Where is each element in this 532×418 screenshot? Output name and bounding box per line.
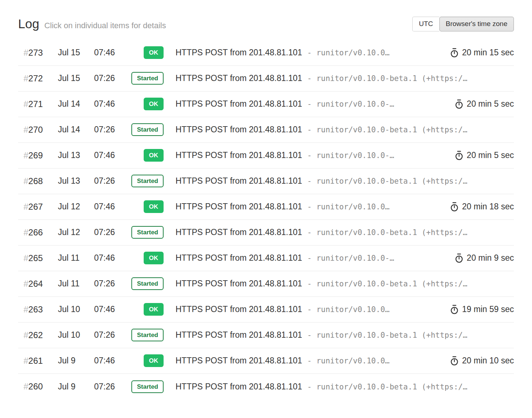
status-badge: Started	[131, 380, 164, 393]
event-user-agent: - runitor/v0.10.0…	[307, 202, 390, 211]
stopwatch-icon	[455, 99, 464, 109]
event-number: #265	[24, 253, 58, 263]
status-badge-cell: Started	[130, 329, 164, 341]
event-date: Jul 10	[58, 330, 94, 340]
log-row[interactable]: #271 Jul 14 07:46 OK HTTPS POST from 201…	[18, 91, 514, 117]
duration-text: 20 min 10 sec	[462, 356, 514, 366]
event-number: #266	[24, 227, 58, 238]
event-time: 07:26	[94, 279, 130, 289]
event-number: #270	[24, 125, 58, 135]
event-time: 07:46	[94, 48, 130, 57]
log-row[interactable]: #263 Jul 10 07:46 OK HTTPS POST from 201…	[18, 297, 514, 323]
log-row[interactable]: #265 Jul 11 07:46 OK HTTPS POST from 201…	[18, 246, 514, 271]
stopwatch-icon	[450, 48, 459, 58]
browser-timezone-button[interactable]: Browser's time zone	[439, 17, 514, 31]
hash-prefix: #	[24, 381, 28, 391]
event-duration: 20 min 18 sec	[450, 202, 514, 212]
event-description: HTTPS POST from 201.48.81.101- runitor/v…	[176, 253, 449, 263]
log-row[interactable]: #272 Jul 15 07:26 Started HTTPS POST fro…	[18, 66, 514, 91]
hash-prefix: #	[24, 202, 28, 212]
utc-button[interactable]: UTC	[412, 17, 439, 31]
log-row[interactable]: #262 Jul 10 07:26 Started HTTPS POST fro…	[18, 323, 514, 348]
event-time: 07:46	[94, 253, 130, 263]
event-description: HTTPS POST from 201.48.81.101- runitor/v…	[176, 176, 514, 186]
event-user-agent: - runitor/v0.10.0…	[307, 48, 390, 57]
status-badge-cell: Started	[130, 380, 164, 393]
hash-prefix: #	[24, 227, 28, 237]
hash-prefix: #	[24, 73, 28, 83]
event-description: HTTPS POST from 201.48.81.101- runitor/v…	[176, 330, 514, 340]
event-description-text: HTTPS POST from 201.48.81.101	[176, 279, 302, 288]
log-row[interactable]: #260 Jul 9 07:26 Started HTTPS POST from…	[18, 374, 514, 400]
log-row[interactable]: #268 Jul 13 07:26 Started HTTPS POST fro…	[18, 169, 514, 194]
hash-prefix: #	[24, 125, 28, 135]
status-badge: OK	[144, 149, 164, 162]
event-time: 07:46	[94, 304, 130, 314]
event-number: #261	[24, 356, 58, 366]
hash-prefix: #	[24, 356, 28, 366]
status-badge-cell: Started	[130, 175, 164, 187]
event-date: Jul 9	[58, 356, 94, 366]
event-description: HTTPS POST from 201.48.81.101- runitor/v…	[176, 150, 449, 160]
status-badge-cell: Started	[130, 277, 164, 290]
log-row[interactable]: #261 Jul 9 07:46 OK HTTPS POST from 201.…	[18, 348, 514, 374]
event-user-agent: - runitor/v0.10.0-…	[307, 254, 394, 263]
log-row[interactable]: #273 Jul 15 07:46 OK HTTPS POST from 201…	[18, 40, 514, 66]
event-date: Jul 10	[58, 304, 94, 314]
event-description-text: HTTPS POST from 201.48.81.101	[176, 227, 302, 237]
log-page: Log Click on individual items for detail…	[0, 0, 532, 400]
event-user-agent: - runitor/v0.10.0-beta.1 (+https:/…	[307, 383, 468, 391]
event-number: #273	[24, 48, 58, 58]
status-badge: Started	[131, 72, 164, 85]
timezone-toggle: UTC Browser's time zone	[412, 17, 514, 31]
event-description: HTTPS POST from 201.48.81.101- runitor/v…	[176, 382, 514, 392]
stopwatch-icon	[455, 150, 464, 161]
event-date: Jul 12	[58, 227, 94, 237]
event-description: HTTPS POST from 201.48.81.101- runitor/v…	[176, 125, 514, 135]
event-description-text: HTTPS POST from 201.48.81.101	[176, 202, 302, 211]
event-date: Jul 11	[58, 253, 94, 263]
stopwatch-icon	[455, 253, 464, 263]
log-row[interactable]: #266 Jul 12 07:26 Started HTTPS POST fro…	[18, 220, 514, 246]
event-description: HTTPS POST from 201.48.81.101- runitor/v…	[176, 202, 445, 212]
event-description: HTTPS POST from 201.48.81.101- runitor/v…	[176, 99, 449, 109]
event-user-agent: - runitor/v0.10.0-beta.1 (+https:/…	[307, 331, 468, 340]
status-badge-cell: OK	[130, 98, 164, 110]
event-number: #269	[24, 150, 58, 161]
log-row[interactable]: #269 Jul 13 07:46 OK HTTPS POST from 201…	[18, 143, 514, 169]
hash-prefix: #	[24, 150, 28, 160]
log-row[interactable]: #264 Jul 11 07:26 Started HTTPS POST fro…	[18, 271, 514, 297]
duration-text: 20 min 5 sec	[467, 99, 514, 109]
hash-prefix: #	[24, 99, 28, 109]
log-row[interactable]: #267 Jul 12 07:46 OK HTTPS POST from 201…	[18, 194, 514, 220]
event-number: #272	[24, 73, 58, 84]
event-date: Jul 13	[58, 176, 94, 186]
event-duration: 20 min 5 sec	[455, 150, 514, 161]
event-duration: 20 min 5 sec	[455, 99, 514, 109]
stopwatch-icon	[450, 202, 459, 212]
status-badge: OK	[144, 200, 164, 213]
page-subtitle: Click on individual items for details	[44, 21, 166, 30]
log-row[interactable]: #270 Jul 14 07:26 Started HTTPS POST fro…	[18, 117, 514, 143]
hash-prefix: #	[24, 48, 28, 57]
hash-prefix: #	[24, 330, 28, 340]
event-user-agent: - runitor/v0.10.0…	[307, 305, 390, 314]
event-description-text: HTTPS POST from 201.48.81.101	[176, 150, 302, 160]
status-badge: OK	[144, 252, 164, 264]
status-badge: OK	[144, 98, 164, 110]
event-time: 07:26	[94, 330, 130, 340]
event-description-text: HTTPS POST from 201.48.81.101	[176, 48, 302, 57]
event-number-value: 263	[28, 304, 43, 314]
duration-text: 19 min 59 sec	[462, 304, 514, 314]
event-number: #260	[24, 381, 58, 392]
event-description-text: HTTPS POST from 201.48.81.101	[176, 356, 302, 365]
event-date: Jul 9	[58, 382, 94, 392]
event-duration: 20 min 15 sec	[450, 48, 514, 58]
hash-prefix: #	[24, 279, 28, 289]
event-description-text: HTTPS POST from 201.48.81.101	[176, 253, 302, 263]
event-number-value: 265	[28, 253, 43, 263]
duration-text: 20 min 5 sec	[467, 150, 514, 160]
event-number: #268	[24, 176, 58, 186]
event-number-value: 272	[28, 73, 43, 83]
event-time: 07:26	[94, 382, 130, 392]
